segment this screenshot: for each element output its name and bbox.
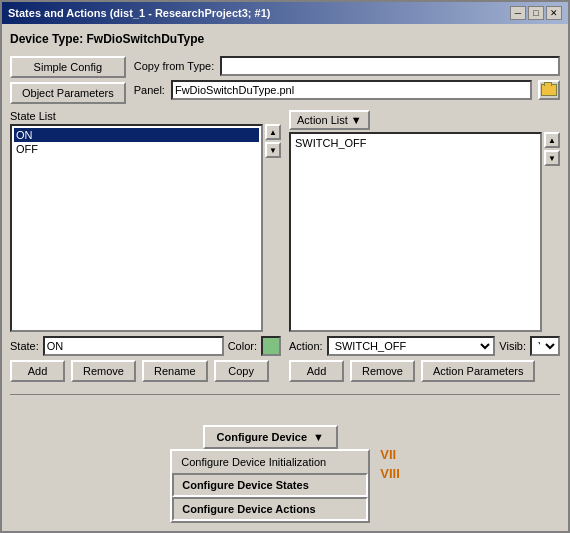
copy-from-type-dropdown[interactable] xyxy=(220,56,560,76)
action-list-label: Action List xyxy=(297,114,348,126)
bottom-row: Configure Device ▼ Configure Device Init… xyxy=(170,425,400,523)
action-list-box[interactable]: SWITCH_OFF xyxy=(289,132,542,332)
object-parameters-button[interactable]: Object Parameters xyxy=(10,82,126,104)
configure-init-item[interactable]: Configure Device Initialization xyxy=(172,451,368,473)
panel-label: Panel: xyxy=(134,84,165,96)
state-scroll-arrows: ▲ ▼ xyxy=(265,124,281,332)
separator xyxy=(10,394,560,395)
state-field-input[interactable] xyxy=(43,336,224,356)
state-remove-button[interactable]: Remove xyxy=(71,360,136,382)
configure-device-label: Configure Device xyxy=(217,431,307,443)
right-config: Copy from Type: Panel: xyxy=(134,56,560,100)
state-list-box[interactable]: ON OFF xyxy=(10,124,263,332)
window-title: States and Actions (dist_1 - ResearchPro… xyxy=(8,7,270,19)
action-scroll-down-button[interactable]: ▼ xyxy=(544,150,560,166)
panel-input[interactable] xyxy=(171,80,532,100)
visib-dropdown[interactable]: Y N xyxy=(530,336,560,356)
visib-label: Visib: xyxy=(499,340,526,352)
action-remove-button[interactable]: Remove xyxy=(350,360,415,382)
action-field-label: Action: xyxy=(289,340,323,352)
configure-states-item[interactable]: Configure Device States xyxy=(172,473,368,497)
action-parameters-button[interactable]: Action Parameters xyxy=(421,360,535,382)
state-scroll-down-button[interactable]: ▼ xyxy=(265,142,281,158)
action-add-button[interactable]: Add xyxy=(289,360,344,382)
folder-icon xyxy=(541,84,557,96)
roman-vii: VII xyxy=(380,447,400,462)
state-list-label: State List xyxy=(10,110,281,122)
panel-row: Panel: xyxy=(134,80,560,100)
simple-config-button[interactable]: Simple Config xyxy=(10,56,126,78)
copy-from-type-dropdown-wrapper xyxy=(220,56,560,76)
action-scroll-arrows: ▲ ▼ xyxy=(544,132,560,332)
configure-device-arrow: ▼ xyxy=(313,431,324,443)
action-list-arrow: ▼ xyxy=(351,114,362,126)
title-bar-controls: ─ □ ✕ xyxy=(510,6,562,20)
action-buttons-row: Add Remove Action Parameters xyxy=(289,360,560,382)
window-body: Device Type: FwDioSwitchDuType Simple Co… xyxy=(2,24,568,531)
bottom-section: Configure Device ▼ Configure Device Init… xyxy=(10,417,560,523)
main-window: States and Actions (dist_1 - ResearchPro… xyxy=(0,0,570,533)
action-list-button[interactable]: Action List ▼ xyxy=(289,110,370,130)
list-item[interactable]: SWITCH_OFF xyxy=(293,136,538,150)
color-label: Color: xyxy=(228,340,257,352)
state-list-container: ON OFF ▲ ▼ xyxy=(10,124,281,332)
action-dropdown-wrapper: SWITCH_OFF xyxy=(327,336,496,356)
configure-actions-item[interactable]: Configure Device Actions xyxy=(172,497,368,521)
action-list-container: SWITCH_OFF ▲ ▼ xyxy=(289,132,560,332)
top-row: Simple Config Object Parameters Copy fro… xyxy=(10,56,560,104)
roman-labels: VII VIII xyxy=(380,447,400,481)
panel-folder-button[interactable] xyxy=(538,80,560,100)
state-list-section: State List ON OFF ▲ ▼ State: Color: xyxy=(10,110,281,382)
close-button[interactable]: ✕ xyxy=(546,6,562,20)
minimize-button[interactable]: ─ xyxy=(510,6,526,20)
list-item[interactable]: OFF xyxy=(14,142,259,156)
copy-from-type-row: Copy from Type: xyxy=(134,56,560,76)
action-field-dropdown[interactable]: SWITCH_OFF xyxy=(327,336,496,356)
list-item[interactable]: ON xyxy=(14,128,259,142)
state-buttons-row: Add Remove Rename Copy xyxy=(10,360,281,382)
device-type-label: Device Type: FwDioSwitchDuType xyxy=(10,32,560,46)
copy-from-type-label: Copy from Type: xyxy=(134,60,215,72)
state-field-label: State: xyxy=(10,340,39,352)
action-list-header: Action List ▼ xyxy=(289,110,560,130)
roman-viii: VIII xyxy=(380,466,400,481)
title-bar: States and Actions (dist_1 - ResearchPro… xyxy=(2,2,568,24)
state-scroll-up-button[interactable]: ▲ xyxy=(265,124,281,140)
state-input-row: State: Color: xyxy=(10,336,281,356)
state-rename-button[interactable]: Rename xyxy=(142,360,208,382)
color-swatch[interactable] xyxy=(261,336,281,356)
left-buttons: Simple Config Object Parameters xyxy=(10,56,126,104)
configure-device-button[interactable]: Configure Device ▼ xyxy=(203,425,338,449)
config-menu-wrapper: Configure Device ▼ Configure Device Init… xyxy=(170,425,370,523)
action-list-section: Action List ▼ SWITCH_OFF ▲ ▼ Action: xyxy=(289,110,560,382)
lists-row: State List ON OFF ▲ ▼ State: Color: xyxy=(10,110,560,382)
maximize-button[interactable]: □ xyxy=(528,6,544,20)
action-input-row: Action: SWITCH_OFF Visib: Y N xyxy=(289,336,560,356)
state-add-button[interactable]: Add xyxy=(10,360,65,382)
configure-device-menu: Configure Device Initialization Configur… xyxy=(170,449,370,523)
state-copy-button[interactable]: Copy xyxy=(214,360,269,382)
visib-dropdown-wrapper: Y N xyxy=(530,336,560,356)
action-scroll-up-button[interactable]: ▲ xyxy=(544,132,560,148)
